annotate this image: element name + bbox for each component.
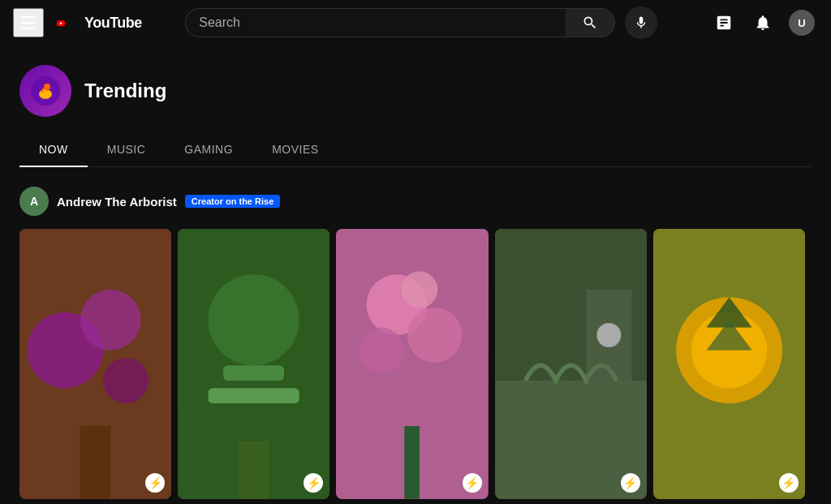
- channel-row: A Andrew The Arborist Creator on the Ris…: [19, 187, 812, 216]
- tab-music[interactable]: MUSIC: [88, 133, 166, 167]
- tab-now[interactable]: NOW: [19, 133, 88, 167]
- youtube-logo-text: YouTube: [84, 15, 142, 32]
- shorts-icon: ⚡: [304, 473, 323, 493]
- svg-point-21: [402, 271, 438, 308]
- svg-rect-14: [223, 365, 284, 381]
- svg-point-9: [80, 290, 141, 351]
- tabs: NOW MUSIC GAMING MOVIES: [19, 133, 812, 167]
- video-cards-row: ⚡ Have you ever seen a tree flower on it…: [19, 229, 812, 504]
- search-form: [185, 8, 615, 37]
- avatar-button[interactable]: U: [786, 6, 818, 39]
- header-left: YouTube: [13, 8, 142, 37]
- channel-avatar: A: [19, 187, 49, 216]
- lightning-icon: ⚡: [307, 476, 321, 489]
- svg-rect-16: [239, 442, 269, 499]
- video-card[interactable]: ⚡ I replaced my grass lawn with native p…: [653, 229, 805, 504]
- user-avatar: U: [789, 10, 815, 36]
- search-icon: [582, 15, 598, 31]
- search-input-wrap: [185, 8, 566, 37]
- svg-rect-15: [209, 388, 299, 403]
- video-thumbnail: ⚡: [495, 229, 647, 499]
- svg-point-10: [103, 358, 149, 403]
- video-thumbnail: ⚡: [19, 229, 171, 499]
- creator-badge: Creator on the Rise: [185, 195, 280, 208]
- channel-name: Andrew The Arborist: [57, 195, 177, 209]
- svg-point-13: [209, 274, 299, 365]
- video-card[interactable]: ⚡ Have you ever seen a tree flower on it…: [19, 229, 171, 504]
- main-content: Trending NOW MUSIC GAMING MOVIES A Andre…: [0, 45, 831, 504]
- shorts-icon: ⚡: [779, 473, 799, 493]
- lightning-icon: ⚡: [781, 476, 795, 489]
- svg-rect-22: [405, 426, 420, 499]
- header: YouTube: [0, 0, 831, 45]
- create-button[interactable]: [708, 6, 740, 39]
- video-thumbnail: ⚡: [653, 229, 805, 499]
- trending-header: Trending: [19, 65, 812, 117]
- svg-text:A: A: [30, 195, 38, 208]
- video-thumbnail: ⚡: [178, 229, 329, 499]
- create-icon: [715, 14, 733, 32]
- svg-point-26: [596, 323, 621, 347]
- shorts-icon: ⚡: [145, 473, 165, 493]
- svg-point-20: [360, 328, 405, 373]
- youtube-logo[interactable]: YouTube: [57, 15, 142, 32]
- bell-icon: [754, 14, 772, 32]
- header-center: [161, 6, 681, 39]
- lightning-icon: ⚡: [465, 476, 479, 489]
- svg-rect-11: [80, 426, 110, 499]
- video-thumbnail: ⚡: [336, 229, 488, 499]
- svg-point-4: [44, 84, 50, 90]
- notifications-button[interactable]: [747, 6, 779, 39]
- lightning-icon: ⚡: [149, 476, 162, 489]
- shorts-icon: ⚡: [621, 473, 640, 493]
- trending-title: Trending: [84, 80, 166, 102]
- shorts-icon: ⚡: [463, 473, 482, 493]
- trending-icon: [19, 65, 71, 117]
- video-card[interactable]: ⚡ These gardens along busy roads help re…: [495, 229, 647, 504]
- mic-button[interactable]: [625, 6, 657, 39]
- hamburger-button[interactable]: [13, 8, 44, 37]
- svg-point-3: [39, 89, 52, 99]
- tab-gaming[interactable]: GAMING: [165, 133, 252, 167]
- header-right: U: [708, 6, 818, 39]
- video-card[interactable]: ⚡ 4 Native Flowers for Mid-Summer Blooms…: [336, 229, 488, 504]
- tab-movies[interactable]: MOVIES: [252, 133, 338, 167]
- svg-point-19: [407, 308, 462, 362]
- lightning-icon: ⚡: [623, 476, 637, 489]
- search-input[interactable]: [186, 9, 566, 37]
- search-button[interactable]: [566, 8, 615, 37]
- video-card[interactable]: ⚡ This young swamp white oak tree suppor…: [178, 229, 329, 504]
- mic-icon: [634, 15, 648, 30]
